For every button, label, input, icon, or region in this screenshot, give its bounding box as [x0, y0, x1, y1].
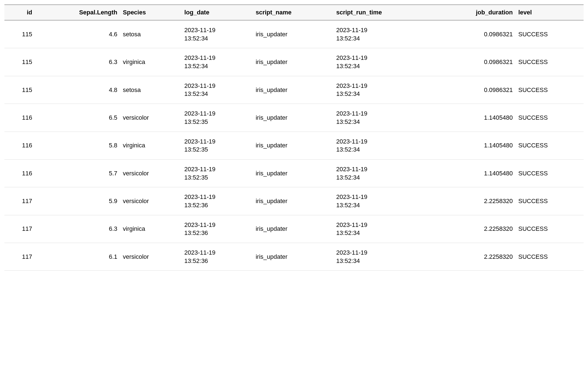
- cell-species: virginica: [120, 215, 182, 243]
- table-row: 1165.8virginica2023-11-1913:52:35iris_up…: [4, 132, 584, 159]
- cell-id: 117: [4, 243, 35, 271]
- cell-id: 116: [4, 132, 35, 159]
- cell-id: 117: [4, 215, 35, 243]
- cell-level: SUCCESS: [515, 215, 584, 243]
- cell-script-run-time: 2023-11-1913:52:34: [333, 187, 433, 215]
- cell-id: 116: [4, 159, 35, 187]
- cell-sepal-length: 5.7: [35, 159, 120, 187]
- cell-job-duration: 2.2258320: [433, 243, 515, 271]
- cell-id: 117: [4, 187, 35, 215]
- cell-script-name: iris_updater: [253, 104, 333, 132]
- cell-species: virginica: [120, 48, 182, 76]
- table-body: 1154.6setosa2023-11-1913:52:34iris_updat…: [4, 20, 584, 271]
- cell-sepal-length: 4.6: [35, 20, 120, 48]
- col-header-sepal-length: Sepal.Length: [35, 5, 120, 20]
- cell-id: 115: [4, 20, 35, 48]
- cell-script-name: iris_updater: [253, 48, 333, 76]
- cell-script-run-time: 2023-11-1913:52:34: [333, 104, 433, 132]
- cell-job-duration: 2.2258320: [433, 187, 515, 215]
- cell-sepal-length: 6.5: [35, 104, 120, 132]
- cell-log-date: 2023-11-1913:52:35: [182, 159, 253, 187]
- cell-sepal-length: 4.8: [35, 76, 120, 104]
- cell-species: versicolor: [120, 159, 182, 187]
- cell-species: versicolor: [120, 187, 182, 215]
- header-row: id Sepal.Length Species log_date script_…: [4, 5, 584, 20]
- cell-level: SUCCESS: [515, 76, 584, 104]
- cell-script-run-time: 2023-11-1913:52:34: [333, 243, 433, 271]
- cell-log-date: 2023-11-1913:52:34: [182, 20, 253, 48]
- cell-job-duration: 0.0986321: [433, 76, 515, 104]
- table-row: 1165.7versicolor2023-11-1913:52:35iris_u…: [4, 159, 584, 187]
- cell-script-name: iris_updater: [253, 243, 333, 271]
- table-header: id Sepal.Length Species log_date script_…: [4, 5, 584, 20]
- cell-script-name: iris_updater: [253, 159, 333, 187]
- cell-level: SUCCESS: [515, 48, 584, 76]
- cell-level: SUCCESS: [515, 104, 584, 132]
- table-row: 1154.8setosa2023-11-1913:52:34iris_updat…: [4, 76, 584, 104]
- col-header-log-date: log_date: [182, 5, 253, 20]
- cell-script-name: iris_updater: [253, 187, 333, 215]
- cell-log-date: 2023-11-1913:52:34: [182, 76, 253, 104]
- col-header-species: Species: [120, 5, 182, 20]
- cell-level: SUCCESS: [515, 243, 584, 271]
- cell-script-name: iris_updater: [253, 132, 333, 159]
- cell-level: SUCCESS: [515, 132, 584, 159]
- cell-sepal-length: 5.9: [35, 187, 120, 215]
- col-header-job-duration: job_duration: [433, 5, 515, 20]
- cell-sepal-length: 6.1: [35, 243, 120, 271]
- table-row: 1176.3virginica2023-11-1913:52:36iris_up…: [4, 215, 584, 243]
- cell-log-date: 2023-11-1913:52:35: [182, 104, 253, 132]
- cell-log-date: 2023-11-1913:52:36: [182, 215, 253, 243]
- cell-log-date: 2023-11-1913:52:35: [182, 132, 253, 159]
- cell-sepal-length: 6.3: [35, 215, 120, 243]
- cell-log-date: 2023-11-1913:52:34: [182, 48, 253, 76]
- cell-id: 116: [4, 104, 35, 132]
- cell-level: SUCCESS: [515, 187, 584, 215]
- cell-script-name: iris_updater: [253, 76, 333, 104]
- cell-script-name: iris_updater: [253, 215, 333, 243]
- cell-sepal-length: 5.8: [35, 132, 120, 159]
- cell-id: 115: [4, 48, 35, 76]
- col-header-id: id: [4, 5, 35, 20]
- cell-script-name: iris_updater: [253, 20, 333, 48]
- cell-level: SUCCESS: [515, 159, 584, 187]
- col-header-level: level: [515, 5, 584, 20]
- cell-script-run-time: 2023-11-1913:52:34: [333, 215, 433, 243]
- cell-job-duration: 1.1405480: [433, 159, 515, 187]
- cell-job-duration: 2.2258320: [433, 215, 515, 243]
- cell-job-duration: 1.1405480: [433, 132, 515, 159]
- cell-level: SUCCESS: [515, 20, 584, 48]
- cell-job-duration: 0.0986321: [433, 48, 515, 76]
- cell-species: setosa: [120, 20, 182, 48]
- cell-species: virginica: [120, 132, 182, 159]
- cell-script-run-time: 2023-11-1913:52:34: [333, 159, 433, 187]
- table-row: 1154.6setosa2023-11-1913:52:34iris_updat…: [4, 20, 584, 48]
- cell-job-duration: 1.1405480: [433, 104, 515, 132]
- table-row: 1156.3virginica2023-11-1913:52:34iris_up…: [4, 48, 584, 76]
- cell-sepal-length: 6.3: [35, 48, 120, 76]
- cell-species: setosa: [120, 76, 182, 104]
- col-header-script-run-time: script_run_time: [333, 5, 433, 20]
- data-table: id Sepal.Length Species log_date script_…: [4, 4, 584, 271]
- col-header-script-name: script_name: [253, 5, 333, 20]
- cell-log-date: 2023-11-1913:52:36: [182, 187, 253, 215]
- cell-script-run-time: 2023-11-1913:52:34: [333, 76, 433, 104]
- cell-script-run-time: 2023-11-1913:52:34: [333, 48, 433, 76]
- table-row: 1166.5versicolor2023-11-1913:52:35iris_u…: [4, 104, 584, 132]
- cell-script-run-time: 2023-11-1913:52:34: [333, 132, 433, 159]
- cell-log-date: 2023-11-1913:52:36: [182, 243, 253, 271]
- cell-job-duration: 0.0986321: [433, 20, 515, 48]
- cell-species: versicolor: [120, 104, 182, 132]
- cell-script-run-time: 2023-11-1913:52:34: [333, 20, 433, 48]
- cell-species: versicolor: [120, 243, 182, 271]
- table-row: 1176.1versicolor2023-11-1913:52:36iris_u…: [4, 243, 584, 271]
- table-row: 1175.9versicolor2023-11-1913:52:36iris_u…: [4, 187, 584, 215]
- cell-id: 115: [4, 76, 35, 104]
